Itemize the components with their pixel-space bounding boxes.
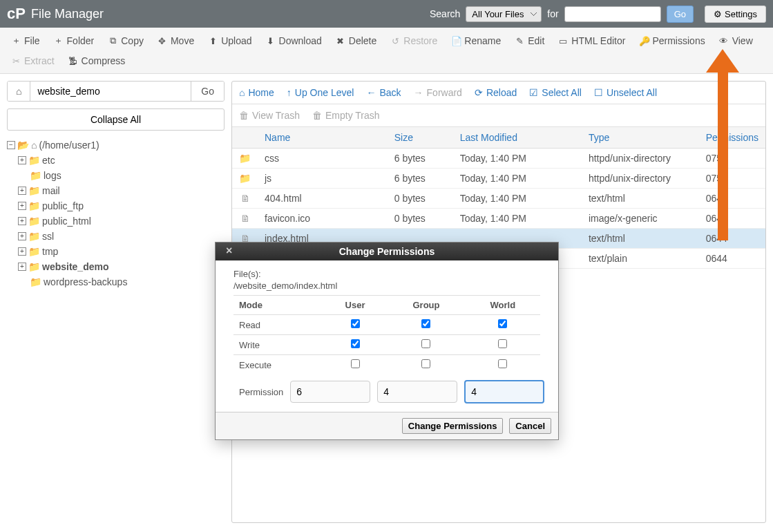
- path-go-button[interactable]: Go: [191, 82, 224, 101]
- tree-node-website_demo[interactable]: +📁website_demo: [18, 259, 225, 274]
- tree-node-public_ftp[interactable]: +📁public_ftp: [18, 198, 225, 213]
- nav-up[interactable]: ↑Up One Level: [287, 87, 354, 98]
- app-title: File Manager: [31, 7, 104, 21]
- read-world-checkbox[interactable]: [498, 319, 507, 328]
- execute-label: Execute: [233, 355, 323, 375]
- cancel-button[interactable]: Cancel: [509, 418, 551, 434]
- unselect-all[interactable]: ☐Unselect All: [594, 87, 657, 98]
- modal-titlebar[interactable]: × Change Permissions: [216, 243, 558, 260]
- group-header: Group: [387, 296, 465, 315]
- table-row[interactable]: 📁js6 bytesToday, 1:40 PMhttpd/unix-direc…: [232, 169, 765, 189]
- empty-trash: 🗑Empty Trash: [312, 110, 380, 121]
- back-icon: ←: [366, 87, 376, 98]
- write-world-checkbox[interactable]: [498, 339, 507, 348]
- tree-node-logs[interactable]: 📁logs: [18, 168, 225, 183]
- expand-toggle[interactable]: +: [18, 217, 26, 225]
- col-perms[interactable]: Permissions: [699, 127, 765, 149]
- expand-toggle[interactable]: +: [18, 202, 26, 210]
- collapse-all-button[interactable]: Collapse All: [7, 108, 225, 131]
- col-type[interactable]: Type: [582, 127, 699, 149]
- forward-icon: →: [414, 87, 423, 98]
- path-input[interactable]: [30, 82, 191, 101]
- html-editor-button[interactable]: ▭HTML Editor: [551, 30, 632, 51]
- download-button[interactable]: ⬇Download: [259, 30, 329, 51]
- file-button[interactable]: ＋File: [4, 30, 47, 51]
- restore-button: ↺Restore: [383, 30, 444, 51]
- tree-root[interactable]: − 📂 ⌂ (/home/user1): [7, 137, 225, 153]
- table-row[interactable]: 📁css6 bytesToday, 1:40 PMhttpd/unix-dire…: [232, 149, 765, 169]
- write-group-checkbox[interactable]: [421, 339, 430, 348]
- expand-toggle[interactable]: +: [18, 263, 26, 271]
- col-name[interactable]: Name: [258, 127, 388, 149]
- collapse-toggle[interactable]: −: [7, 141, 15, 149]
- tree-node-wordpress-backups[interactable]: 📁wordpress-backups: [18, 274, 225, 289]
- col-icon[interactable]: [232, 127, 258, 149]
- rename-button[interactable]: 📄Rename: [444, 30, 508, 51]
- perm-user-input[interactable]: [290, 381, 370, 403]
- tree-node-tmp[interactable]: +📁tmp: [18, 244, 225, 259]
- permissions-button[interactable]: 🔑Permissions: [632, 30, 712, 51]
- nav-back[interactable]: ←Back: [366, 87, 401, 98]
- permission-label: Permission: [239, 387, 283, 397]
- sidebar: ⌂ Go Collapse All − 📂 ⌂ (/home/user1) +📁…: [0, 74, 231, 530]
- execute-user-checkbox[interactable]: [351, 359, 360, 368]
- move-button[interactable]: ✥Move: [151, 30, 201, 51]
- view-button[interactable]: 👁View: [712, 30, 760, 51]
- tree-node-etc[interactable]: +📁etc: [18, 153, 225, 168]
- perm-group-input[interactable]: [377, 381, 457, 403]
- expand-toggle[interactable]: +: [18, 247, 26, 256]
- actions-bar: ⌂Home ↑Up One Level ←Back →Forward ⟳Relo…: [232, 82, 765, 104]
- copy-button[interactable]: ⧉Copy: [101, 30, 151, 51]
- write-user-checkbox[interactable]: [351, 339, 360, 348]
- tree-node-ssl[interactable]: +📁ssl: [18, 229, 225, 244]
- expand-toggle[interactable]: +: [18, 232, 26, 240]
- mode-header: Mode: [233, 296, 323, 315]
- table-row[interactable]: 🗎404.html0 bytesToday, 1:40 PMtext/html0…: [232, 189, 765, 209]
- upload-button[interactable]: ⬆Upload: [201, 30, 258, 51]
- search-go-button[interactable]: Go: [667, 6, 694, 23]
- eye-icon: 👁: [719, 36, 729, 46]
- extract-button: ✂Extract: [4, 51, 61, 70]
- close-icon[interactable]: ×: [226, 245, 232, 257]
- folder-icon: 📁: [30, 168, 41, 183]
- home-button[interactable]: ⌂: [8, 82, 30, 101]
- search-area: Search All Your Files for Go ⚙ Settings: [430, 6, 766, 23]
- expand-toggle[interactable]: +: [18, 187, 26, 195]
- change-permissions-button[interactable]: Change Permissions: [402, 418, 504, 434]
- trash-icon: 🗑: [312, 110, 322, 121]
- execute-world-checkbox[interactable]: [498, 359, 507, 368]
- read-group-checkbox[interactable]: [421, 319, 430, 328]
- execute-group-checkbox[interactable]: [421, 359, 430, 368]
- nav-home[interactable]: ⌂Home: [239, 87, 274, 98]
- compress-button[interactable]: 🗜Compress: [61, 51, 133, 70]
- extract-icon: ✂: [11, 56, 21, 66]
- col-size[interactable]: Size: [388, 127, 453, 149]
- view-trash: 🗑View Trash: [239, 110, 300, 121]
- uncheck-icon: ☐: [594, 87, 603, 98]
- folder-button[interactable]: ＋Folder: [47, 30, 102, 51]
- search-scope-select[interactable]: All Your Files: [466, 6, 542, 22]
- col-modified[interactable]: Last Modified: [453, 127, 582, 149]
- toolbar-main: ＋File ＋Folder ⧉Copy ✥Move ⬆Upload ⬇Downl…: [0, 28, 773, 74]
- read-user-checkbox[interactable]: [351, 319, 360, 328]
- tree-node-mail[interactable]: +📁mail: [18, 183, 225, 198]
- table-row[interactable]: 🗎favicon.ico0 bytesToday, 1:40 PMimage/x…: [232, 209, 765, 229]
- search-input[interactable]: [564, 6, 661, 22]
- read-label: Read: [233, 315, 323, 335]
- nav-reload[interactable]: ⟳Reload: [475, 87, 517, 98]
- permissions-table: Mode User Group World Read Write Execute: [233, 295, 540, 374]
- path-row: ⌂ Go: [7, 81, 225, 102]
- folder-icon: 📁: [28, 259, 40, 274]
- edit-button[interactable]: ✎Edit: [508, 30, 551, 51]
- rename-icon: 📄: [451, 36, 461, 46]
- settings-button[interactable]: ⚙ Settings: [705, 6, 766, 23]
- folder-icon: 📁: [28, 153, 40, 168]
- expand-toggle[interactable]: +: [18, 156, 26, 164]
- folder-icon: 📁: [239, 153, 251, 164]
- perm-world-input[interactable]: [464, 380, 544, 403]
- modal-footer: Change Permissions Cancel: [216, 412, 558, 439]
- select-all[interactable]: ☑Select All: [529, 87, 582, 98]
- delete-button[interactable]: ✖Delete: [329, 30, 383, 51]
- tree-node-public_html[interactable]: +📁public_html: [18, 213, 225, 229]
- tree-label: wordpress-backups: [44, 274, 127, 289]
